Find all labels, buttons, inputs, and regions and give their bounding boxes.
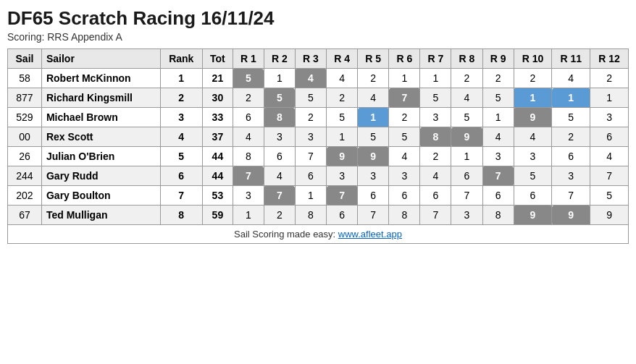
race-r7: 8: [420, 127, 451, 147]
sailor-name: Michael Brown: [41, 108, 160, 127]
race-r7: 6: [420, 186, 451, 206]
total: 53: [203, 186, 233, 206]
race-r8: 7: [451, 186, 482, 206]
race-r6: 8: [389, 206, 420, 225]
race-r5: 5: [358, 127, 389, 147]
sail-number: 202: [8, 186, 42, 206]
race-r3: 1: [295, 186, 326, 206]
race-r3: 5: [295, 88, 326, 108]
footer-link[interactable]: www.afleet.app: [338, 229, 402, 240]
col-header-r11: R 11: [552, 49, 590, 69]
total: 44: [203, 166, 233, 186]
race-r4: 2: [327, 88, 358, 108]
race-r10: 9: [514, 108, 552, 127]
race-r7: 7: [420, 206, 451, 225]
race-r5: 6: [358, 186, 389, 206]
race-r5: 4: [358, 88, 389, 108]
col-header-r9: R 9: [482, 49, 514, 69]
sail-number: 529: [8, 108, 42, 127]
col-header-r8: R 8: [451, 49, 482, 69]
race-r12: 7: [590, 166, 629, 186]
race-r2: 1: [264, 69, 295, 88]
rank: 2: [160, 88, 203, 108]
race-r6: 7: [389, 88, 420, 108]
col-header-r2: R 2: [264, 49, 295, 69]
race-r8: 5: [451, 108, 482, 127]
sailor-name: Richard Kingsmill: [41, 88, 160, 108]
race-r6: 3: [389, 166, 420, 186]
race-r12: 2: [590, 69, 629, 88]
race-r2: 2: [264, 206, 295, 225]
rank: 5: [160, 147, 203, 166]
race-r11: 4: [552, 69, 590, 88]
race-r4: 9: [327, 147, 358, 166]
race-r4: 3: [327, 166, 358, 186]
race-r1: 6: [233, 108, 264, 127]
race-r9: 6: [482, 186, 514, 206]
table-row: 67Ted Mulligan859128678738999: [8, 206, 629, 225]
race-r5: 3: [358, 166, 389, 186]
race-r9: 5: [482, 88, 514, 108]
race-r8: 3: [451, 206, 482, 225]
sail-number: 67: [8, 206, 42, 225]
race-r5: 2: [358, 69, 389, 88]
race-r1: 3: [233, 186, 264, 206]
footer: Sail Scoring made easy: www.afleet.app: [8, 225, 629, 244]
col-header-sailor: Sailor: [41, 49, 160, 69]
race-r4: 6: [327, 206, 358, 225]
race-r10: 2: [514, 69, 552, 88]
table-row: 202Gary Boulton753371766676675: [8, 186, 629, 206]
race-r11: 2: [552, 127, 590, 147]
race-r6: 5: [389, 127, 420, 147]
race-r2: 3: [264, 127, 295, 147]
race-r7: 2: [420, 147, 451, 166]
results-table: SailSailorRankTotR 1R 2R 3R 4R 5R 6R 7R …: [7, 48, 629, 244]
col-header-sail: Sail: [8, 49, 42, 69]
race-r10: 9: [514, 206, 552, 225]
race-r12: 4: [590, 147, 629, 166]
sailor-name: Julian O'Brien: [41, 147, 160, 166]
col-header-r12: R 12: [590, 49, 629, 69]
race-r5: 1: [358, 108, 389, 127]
race-r8: 6: [451, 166, 482, 186]
race-r10: 6: [514, 186, 552, 206]
col-header-r4: R 4: [327, 49, 358, 69]
race-r12: 6: [590, 127, 629, 147]
sail-number: 26: [8, 147, 42, 166]
sail-number: 877: [8, 88, 42, 108]
race-r1: 2: [233, 88, 264, 108]
total: 30: [203, 88, 233, 108]
race-r9: 7: [482, 166, 514, 186]
race-r11: 1: [552, 88, 590, 108]
race-r1: 7: [233, 166, 264, 186]
race-r7: 1: [420, 69, 451, 88]
sailor-name: Gary Boulton: [41, 186, 160, 206]
race-r3: 7: [295, 147, 326, 166]
footer-text: Sail Scoring made easy:: [234, 229, 338, 240]
race-r4: 4: [327, 69, 358, 88]
race-r10: 3: [514, 147, 552, 166]
col-header-r7: R 7: [420, 49, 451, 69]
race-r9: 4: [482, 127, 514, 147]
race-r8: 2: [451, 69, 482, 88]
race-r11: 6: [552, 147, 590, 166]
col-header-r5: R 5: [358, 49, 389, 69]
rank: 6: [160, 166, 203, 186]
race-r9: 3: [482, 147, 514, 166]
col-header-r6: R 6: [389, 49, 420, 69]
rank: 4: [160, 127, 203, 147]
race-r9: 2: [482, 69, 514, 88]
race-r4: 1: [327, 127, 358, 147]
race-r1: 5: [233, 69, 264, 88]
race-r11: 5: [552, 108, 590, 127]
table-row: 877Richard Kingsmill230255247545111: [8, 88, 629, 108]
race-r12: 5: [590, 186, 629, 206]
race-r1: 4: [233, 127, 264, 147]
col-header-rank: Rank: [160, 49, 203, 69]
race-r6: 2: [389, 108, 420, 127]
race-r7: 4: [420, 166, 451, 186]
table-row: 529Michael Brown333682512351953: [8, 108, 629, 127]
rank: 7: [160, 186, 203, 206]
col-header-r10: R 10: [514, 49, 552, 69]
race-r5: 7: [358, 206, 389, 225]
